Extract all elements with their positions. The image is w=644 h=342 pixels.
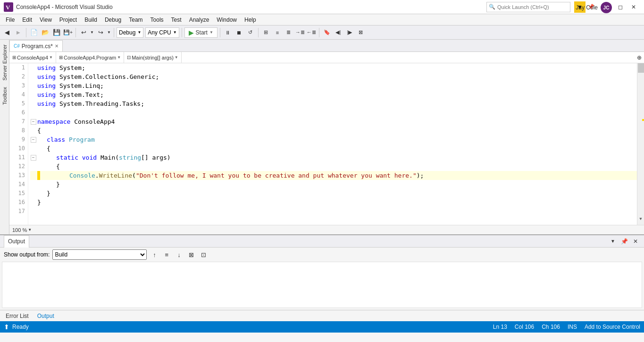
menu-project[interactable]: Project (56, 14, 81, 26)
bottom-panel-header: Output ▼ 📌 ✕ (0, 235, 644, 248)
pause-button[interactable]: ⏸ (223, 27, 233, 38)
nav-btn-3[interactable]: ⊠ (356, 27, 366, 38)
menu-team[interactable]: Team (125, 14, 146, 26)
status-source-control[interactable]: Add to Source Control (585, 324, 640, 330)
toolbar-separator-5 (220, 28, 220, 37)
title-bar: V ConsoleApp4 - Microsoft Visual Studio … (0, 0, 644, 14)
editor-scrollbar[interactable]: ▲ ▼ (637, 63, 644, 225)
code-line-11: − static void Main(string[] args) (30, 153, 637, 162)
search-box[interactable]: 🔍 (486, 2, 570, 12)
nav-project-dropdown[interactable]: ⊞ ConsoleApp4 ▼ (9, 52, 56, 63)
back-button[interactable]: ◀ (2, 27, 12, 38)
debug-mode-dropdown[interactable]: Debug ▼ (117, 27, 143, 38)
code-editor[interactable]: 1 2 3 4 5 6 7 8 9 10 11 12 13 14 15 16 1 (9, 63, 644, 225)
nav-bar: ⊞ ConsoleApp4 ▼ ⊞ ConsoleApp4.Program ▼ … (9, 52, 644, 63)
menu-debug[interactable]: Debug (101, 14, 125, 26)
nav-class-dropdown[interactable]: ⊞ ConsoleApp4.Program ▼ (56, 52, 124, 63)
panel-pin-button[interactable]: 📌 (619, 237, 629, 246)
nav-project-icon: ⊞ (12, 55, 16, 60)
toolbox-button[interactable]: ⊞ (261, 27, 271, 38)
zoom-dropdown[interactable]: 100 % ▼ (12, 227, 32, 233)
output-source-dropdown[interactable]: Build Debug Output (52, 249, 147, 260)
output-tab[interactable]: Output (33, 312, 58, 320)
status-arrow-icon: ⬆ (4, 323, 9, 331)
unindent-button[interactable]: ←≣ (306, 27, 317, 38)
server-explorer-tab[interactable]: Server Explorer (1, 42, 8, 83)
fold-9[interactable]: − (31, 137, 36, 143)
output-icon-2[interactable]: ≡ (162, 250, 171, 259)
platform-dropdown[interactable]: Any CPU ▼ (145, 27, 179, 38)
indent-button[interactable]: →≣ (295, 27, 305, 38)
code-content[interactable]: using System; using System.Collections.G… (28, 63, 637, 225)
left-sidebar: Server Explorer Toolbox (0, 40, 9, 234)
save-button[interactable]: 💾 (51, 27, 62, 38)
redo-dropdown[interactable]: ▼ (107, 27, 111, 38)
save-all-button[interactable]: 💾+ (63, 27, 73, 38)
output-toolbar: Show output from: Build Debug Output ↑ ≡… (0, 248, 644, 262)
properties-button[interactable]: ≡ (272, 27, 283, 38)
toolbar: ◀ ▶ 📄 📂 💾 💾+ ↩ ▼ ↪ ▼ Debug ▼ Any CPU ▼ ▶… (0, 26, 644, 40)
nav-btn-2[interactable]: |▶ (344, 27, 355, 38)
start-label: Start (196, 29, 208, 36)
redo-button[interactable]: ↪ (95, 27, 106, 38)
output-icon-5[interactable]: ⊡ (199, 250, 208, 259)
fold-7[interactable]: − (31, 119, 36, 125)
code-line-14: } (30, 180, 637, 189)
restore-button[interactable]: ◻ (614, 2, 627, 12)
line-numbers: 1 2 3 4 5 6 7 8 9 10 11 12 13 14 15 16 1 (9, 63, 28, 225)
toolbar-separator-7 (319, 28, 319, 37)
forward-button[interactable]: ▶ (13, 27, 24, 38)
start-dropdown-arrow: ▼ (209, 30, 213, 34)
code-line-4: using System.Text; (30, 90, 637, 99)
nav-expand-button[interactable]: ⊕ (635, 52, 644, 63)
nav-method-dropdown[interactable]: ⊡ Main(string[] args) ▼ (124, 52, 182, 63)
tab-close-button[interactable]: ✕ (55, 43, 59, 49)
error-list-tab[interactable]: Error List (2, 312, 33, 320)
bookmark-button[interactable]: 🔖 (322, 27, 332, 38)
panel-dropdown-button[interactable]: ▼ (608, 237, 618, 246)
status-ready: Ready (12, 324, 29, 330)
menu-build[interactable]: Build (81, 14, 101, 26)
nav-method-icon: ⊡ (127, 55, 131, 60)
open-button[interactable]: 📂 (40, 27, 50, 38)
editor-area: C# Program.cs* ✕ ⊞ ConsoleApp4 ▼ ⊞ Conso… (9, 40, 644, 234)
output-panel-tab[interactable]: Output (4, 235, 29, 248)
nav-project-arrow: ▼ (49, 55, 53, 60)
stop-button[interactable]: ⏹ (234, 27, 244, 38)
undo-dropdown[interactable]: ▼ (90, 27, 94, 38)
editor-tab-program-cs[interactable]: C# Program.cs* ✕ (9, 40, 63, 51)
new-file-button[interactable]: 📄 (29, 27, 39, 38)
user-profile: Jay Cole JC (576, 2, 612, 13)
close-button[interactable]: ✕ (627, 2, 640, 12)
avatar[interactable]: JC (601, 2, 612, 13)
output-icon-4[interactable]: ⊠ (186, 250, 196, 259)
output-icon-3[interactable]: ↓ (174, 250, 184, 259)
restart-button[interactable]: ↺ (245, 27, 256, 38)
quick-launch-input[interactable] (497, 4, 568, 10)
toolbar-separator-3 (114, 28, 114, 37)
status-col: Col 106 (515, 324, 534, 330)
menu-edit[interactable]: Edit (18, 14, 36, 26)
menu-analyze[interactable]: Analyze (185, 14, 213, 26)
format-button[interactable]: ≣ (284, 27, 294, 38)
code-line-17 (30, 207, 637, 216)
menu-tools[interactable]: Tools (147, 14, 167, 26)
output-icon-1[interactable]: ↑ (150, 250, 159, 259)
start-button[interactable]: ▶ Start ▼ (184, 27, 217, 38)
menu-test[interactable]: Test (167, 14, 185, 26)
menu-window[interactable]: Window (213, 14, 241, 26)
menu-bar: File Edit View Project Build Debug Team … (0, 14, 644, 26)
fold-11[interactable]: − (31, 155, 36, 161)
scroll-down-arrow[interactable]: ▼ (638, 214, 643, 225)
scroll-thumb[interactable] (638, 63, 644, 73)
menu-help[interactable]: Help (241, 14, 260, 26)
nav-btn-1[interactable]: ◀| (333, 27, 343, 38)
menu-file[interactable]: File (2, 14, 18, 26)
menu-view[interactable]: View (36, 14, 56, 26)
platform-dropdown-arrow: ▼ (173, 30, 177, 34)
undo-button[interactable]: ↩ (78, 27, 89, 38)
tab-label: Program.cs* (22, 43, 53, 50)
toolbox-tab[interactable]: Toolbox (1, 84, 8, 108)
debug-dropdown-arrow: ▼ (137, 30, 141, 34)
panel-close-button[interactable]: ✕ (631, 237, 640, 246)
